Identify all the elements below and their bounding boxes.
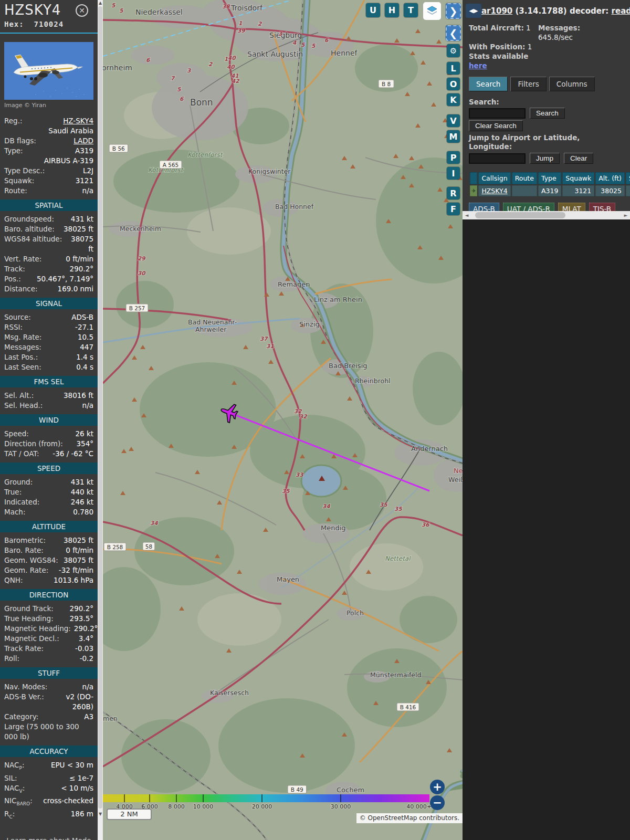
data-value: 290.2°	[28, 264, 93, 274]
map-button-o[interactable]: O	[447, 78, 460, 90]
altitude-scale-label: 30 000	[331, 803, 351, 810]
svg-text:A 565: A 565	[163, 162, 179, 168]
settings-gear-icon[interactable]: ⚙	[447, 44, 460, 57]
data-row: Vert. Rate:0 ft/min	[4, 254, 93, 264]
map-button-t[interactable]: T	[404, 3, 418, 17]
aircraft-type-icon[interactable]: ✈	[470, 185, 477, 196]
column-header-altft[interactable]: Alt. (ft)	[595, 172, 625, 184]
map-button-h[interactable]: H	[385, 3, 399, 17]
filter-badge-mlat[interactable]: MLAT	[558, 203, 585, 211]
data-value: n/a	[46, 401, 93, 411]
cell-alt[interactable]: 38025	[595, 185, 625, 196]
cell-type[interactable]: A319	[538, 185, 561, 196]
table-row[interactable]: ✈HZSKY4A319312138025	[470, 185, 630, 196]
table-horizontal-scrollbar[interactable]: ◄ ►	[463, 211, 630, 219]
town-label: Kaisersesch	[210, 689, 249, 697]
cell-spd[interactable]	[626, 185, 630, 196]
column-header-callsign[interactable]: Callsign	[478, 172, 510, 184]
data-row: NACV:< 10 m/s	[4, 783, 93, 796]
map-button-u[interactable]: U	[366, 3, 380, 17]
section-header-wind: WIND	[0, 414, 98, 426]
hscroll-thumb[interactable]	[475, 212, 565, 218]
map-canvas[interactable]: TroisdorfNiederkasselSiegburgSankt Augus…	[103, 0, 463, 840]
tab-search[interactable]: Search	[469, 77, 508, 91]
layers-icon[interactable]	[423, 2, 441, 20]
sidebar-scrollbar[interactable]: ▲ ▼	[98, 0, 103, 840]
scroll-right-icon[interactable]: ►	[622, 211, 630, 219]
town-label: Königswinter	[248, 167, 291, 175]
message-rate: Messages:645.8/sec	[538, 23, 580, 42]
filter-badge-uatadsr[interactable]: UAT / ADS-R	[503, 203, 554, 211]
search-button[interactable]: Search	[530, 108, 565, 119]
town-label: ornheim	[103, 64, 132, 72]
tar1090-link[interactable]: ar1090	[481, 6, 512, 16]
column-header-spd[interactable]: Spd.	[626, 172, 630, 184]
cell-route[interactable]	[512, 185, 537, 196]
data-row: Sel. Alt.:38016 ft	[4, 391, 93, 401]
road-ref-number: 35	[282, 488, 290, 494]
data-row: Reg.:HZ-SKY4	[4, 116, 93, 126]
jump-clear-button[interactable]: Clear	[564, 153, 593, 164]
data-row: Magnetic Decl.:3.4°	[4, 634, 93, 644]
road-ref-number: 31	[266, 343, 274, 349]
jump-button[interactable]: Jump	[530, 153, 560, 164]
map-button-r[interactable]: R	[447, 187, 460, 200]
column-header-route[interactable]: Route	[512, 172, 537, 184]
filter-badge-tisb[interactable]: TIS-B	[589, 203, 615, 211]
data-label: Magnetic Decl.:	[4, 634, 59, 644]
data-row: NICBARO:cross-checked	[4, 796, 93, 809]
altitude-colorbar	[103, 794, 429, 802]
data-value: 10.5	[45, 332, 93, 342]
filter-badge-adsb[interactable]: ADS-B	[469, 203, 499, 211]
town-label: Bad Breisig	[329, 362, 368, 370]
data-label: DB flags:	[4, 136, 36, 146]
data-label: Nav. Modes:	[4, 682, 47, 692]
cell-callsign[interactable]: HZSKY4	[478, 185, 510, 196]
column-header-squawk[interactable]: Squawk	[562, 172, 594, 184]
map-button-i[interactable]: I	[447, 167, 460, 180]
data-row: True Heading:293.5°	[4, 614, 93, 624]
sidebar-collapse-icon[interactable]: ◀▶	[466, 4, 481, 18]
column-header-type[interactable]: Type	[538, 172, 561, 184]
town-label: Ahrweiler	[195, 326, 227, 333]
data-value: n/a	[50, 682, 93, 692]
data-value-link[interactable]: LADD	[39, 136, 93, 146]
readsb-link[interactable]: readsb	[612, 6, 630, 16]
data-value-link[interactable]: HZ-SKY4	[26, 116, 94, 126]
search-input[interactable]	[469, 108, 526, 119]
jump-input[interactable]	[469, 153, 526, 164]
stats-here-link[interactable]: here	[469, 61, 487, 70]
area-label: Nettetal	[385, 555, 411, 562]
scroll-down-icon[interactable]: ▼	[98, 812, 103, 816]
tab-filters[interactable]: Filters	[510, 77, 546, 91]
map-button-v[interactable]: V	[447, 114, 460, 127]
map-button-l[interactable]: L	[447, 62, 460, 75]
map-button-p[interactable]: P	[447, 151, 460, 164]
aircraft-photo[interactable]	[4, 42, 93, 100]
aircraft-detail-sidebar: ✕ HZSKY4 Hex: 710024	[0, 0, 98, 840]
data-label: Geom. Rate:	[4, 565, 48, 575]
town-label: Sinzig	[299, 320, 320, 328]
map-attribution[interactable]: © OpenStreetMap contributors.	[356, 813, 463, 823]
data-value: 354°	[66, 439, 93, 449]
town-label: Remagen	[278, 280, 310, 288]
scroll-up-icon[interactable]: ▲	[98, 1, 103, 5]
map-button-k[interactable]: K	[447, 93, 460, 106]
scroll-left-icon[interactable]: ◄	[463, 211, 471, 219]
road-ref-number: 30	[138, 270, 146, 276]
section-header-fms-sel: FMS SEL	[0, 376, 98, 387]
close-icon[interactable]: ✕	[76, 4, 88, 17]
map-button-m[interactable]: M	[447, 130, 460, 143]
column-header-icon[interactable]	[470, 172, 477, 184]
tab-columns[interactable]: Columns	[549, 77, 595, 91]
scrollbar-thumb[interactable]	[98, 6, 102, 808]
zoom-out-button[interactable]: −	[430, 795, 445, 810]
jump-label: Jump to Airport or Latitude, Longitude:	[469, 133, 590, 151]
data-label: Category:	[4, 712, 38, 722]
zoom-in-button[interactable]: +	[430, 780, 445, 794]
cell-squawk[interactable]: 3121	[562, 185, 594, 196]
panel-collapse-button[interactable]: ❮	[446, 25, 461, 41]
clear-search-button[interactable]: Clear Search	[469, 120, 523, 131]
panel-expand-button[interactable]: ❯	[446, 3, 461, 19]
map-button-f[interactable]: F	[447, 203, 460, 215]
